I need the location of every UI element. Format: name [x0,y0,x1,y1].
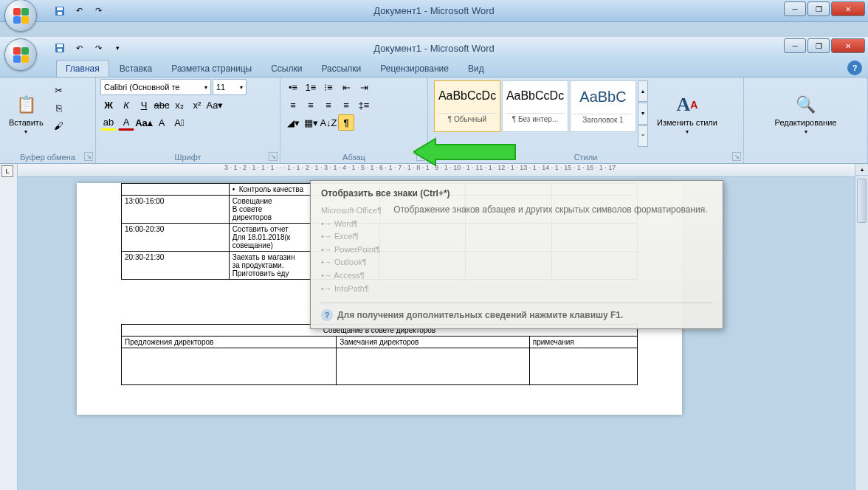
tab-insert[interactable]: Вставка [111,61,162,77]
strikethrough-button[interactable]: abc [154,97,170,113]
line-spacing-button[interactable]: ‡≡ [356,97,372,113]
highlight-color-button[interactable]: ab [100,114,117,131]
qat-customize-icon[interactable]: ▾ [109,40,125,56]
vertical-ruler[interactable]: L [0,164,18,490]
bold-button[interactable]: Ж [100,97,117,113]
minimize-button-back[interactable]: ─ [784,1,806,16]
increase-indent-button[interactable]: ⇥ [356,79,372,95]
tab-mailings[interactable]: Рассылки [312,61,370,77]
window-title-back: Документ1 - Microsoft Word [373,5,495,16]
close-button-back[interactable]: ✕ [831,1,865,16]
svg-rect-4 [57,44,63,47]
borders-button[interactable]: ▦▾ [303,114,319,131]
tab-selector[interactable]: L [1,165,13,177]
font-family-combo[interactable]: Calibri (Основной те▾ [100,79,211,95]
redo-icon[interactable]: ↷ [90,40,106,56]
office-button-back[interactable] [4,0,37,32]
scroll-thumb[interactable] [857,179,867,223]
change-styles-button[interactable]: AA Изменить стили ▾ [652,79,722,148]
clipboard-icon: 📋 [14,93,38,117]
styles-scroll: ▴ ▾ ⁼ [638,80,648,147]
tab-home[interactable]: Главная [56,60,109,77]
document-table-2[interactable]: Совещание в совете директоров Предложени… [121,324,638,385]
decrease-indent-button[interactable]: ⇤ [338,79,354,95]
group-paragraph: •≡ 1≡ ⁝≡ ⇤ ⇥ ≡ ≡ ≡ ≡ ‡≡ ◢▾ ▦▾ A↓Z ¶ Абза… [280,77,428,163]
tooltip-footer: ? Для получения дополнительных сведений … [321,303,712,321]
shading-button[interactable]: ◢▾ [285,114,301,131]
annotation-arrow [413,136,517,168]
subscript-button[interactable]: x₂ [171,97,187,113]
numbering-button[interactable]: 1≡ [303,79,319,95]
undo-icon-back[interactable]: ↶ [71,3,87,19]
font-size-combo[interactable]: 11▾ [213,79,247,95]
shrink-font-button[interactable]: A [154,114,170,131]
tab-review[interactable]: Рецензирование [371,61,458,77]
save-icon[interactable] [52,40,68,56]
group-clipboard-label: Буфер обмена [0,153,95,162]
styles-scroll-down[interactable]: ▾ [638,103,648,124]
align-left-button[interactable]: ≡ [285,97,301,113]
underline-button[interactable]: Ч [136,97,152,113]
font-launcher[interactable]: ↘ [269,152,278,161]
group-editing: 🔍 Редактирование ▾ [744,77,868,163]
vertical-scrollbar[interactable]: ▴ [855,164,868,490]
tab-page-layout[interactable]: Разметка страницы [162,61,261,77]
style-heading1[interactable]: AaBbC Заголовок 1 [570,80,636,132]
group-font: Calibri (Основной те▾ 11▾ Ж К Ч abc x₂ x… [96,77,280,163]
info-icon: ? [321,309,333,321]
office-button[interactable] [4,38,37,71]
justify-button[interactable]: ≡ [338,97,354,113]
copy-icon[interactable]: ⎘ [51,100,67,116]
tooltip: Отобразить все знаки (Ctrl+*) Microsoft·… [310,180,723,329]
help-icon[interactable]: ? [847,61,862,75]
save-icon-back[interactable] [52,3,68,19]
multilevel-button[interactable]: ⁝≡ [320,79,337,95]
italic-button[interactable]: К [118,97,134,113]
clear-formatting-button[interactable]: Aͯ [171,114,187,131]
find-icon: 🔍 [794,93,818,117]
tooltip-title: Отобразить все знаки (Ctrl+*) [321,188,712,199]
sort-button[interactable]: A↓Z [320,114,337,131]
redo-icon-back[interactable]: ↷ [90,3,106,19]
paste-button[interactable]: 📋 Вставить ▾ [4,79,48,148]
styles-scroll-up[interactable]: ▴ [638,80,648,102]
format-painter-icon[interactable]: 🖌 [51,117,67,134]
foreground-window-titlebar: ↶ ↷ ▾ Документ1 - Microsoft Word ─ ❐ ✕ [0,37,868,59]
editing-button[interactable]: 🔍 Редактирование ▾ [748,79,863,148]
styles-scroll-more[interactable]: ⁼ [638,125,648,147]
tooltip-description: Отображение знаков абзацев и других скры… [393,204,712,295]
maximize-button[interactable]: ❐ [807,38,830,53]
group-paragraph-label: Абзац [280,153,427,162]
close-button[interactable]: ✕ [831,38,865,53]
align-center-button[interactable]: ≡ [303,97,319,113]
align-right-button[interactable]: ≡ [320,97,337,113]
svg-rect-1 [57,7,63,10]
change-case-button[interactable]: Aa▾ [207,97,223,113]
group-font-label: Шрифт [96,153,280,162]
superscript-button[interactable]: x² [189,97,205,113]
svg-marker-6 [413,139,515,165]
background-window-titlebar: ↶ ↷ Документ1 - Microsoft Word ─ ❐ ✕ [0,0,868,22]
tab-view[interactable]: Вид [459,61,493,77]
ribbon-tabs: Главная Вставка Разметка страницы Ссылки… [0,59,868,77]
maximize-button-back[interactable]: ❐ [807,1,830,16]
styles-launcher[interactable]: ↘ [732,152,741,161]
svg-rect-5 [58,49,62,52]
undo-icon[interactable]: ↶ [71,40,87,56]
minimize-button[interactable]: ─ [784,38,806,53]
change-styles-icon: AA [675,93,699,117]
group-clipboard: 📋 Вставить ▾ ✂ ⎘ 🖌 Буфер обмена ↘ [0,77,96,163]
font-color-button[interactable]: A [118,114,134,131]
clipboard-launcher[interactable]: ↘ [84,152,93,161]
bullets-button[interactable]: •≡ [285,79,301,95]
scroll-up-arrow[interactable]: ▴ [855,164,868,176]
style-normal[interactable]: AaBbCcDc ¶ Обычный [434,80,500,132]
grow-font-button[interactable]: Aa▴ [136,114,152,131]
cut-icon[interactable]: ✂ [51,82,67,98]
tooltip-ghost-preview: Microsoft·Office¶ •→ Word¶ •→ Excel¶ •→ … [321,204,382,295]
show-hide-marks-button[interactable]: ¶ [338,114,354,131]
tab-references[interactable]: Ссылки [262,61,311,77]
svg-rect-2 [58,12,62,15]
style-no-spacing[interactable]: AaBbCcDc ¶ Без интер... [502,80,568,132]
window-title: Документ1 - Microsoft Word [373,43,495,54]
